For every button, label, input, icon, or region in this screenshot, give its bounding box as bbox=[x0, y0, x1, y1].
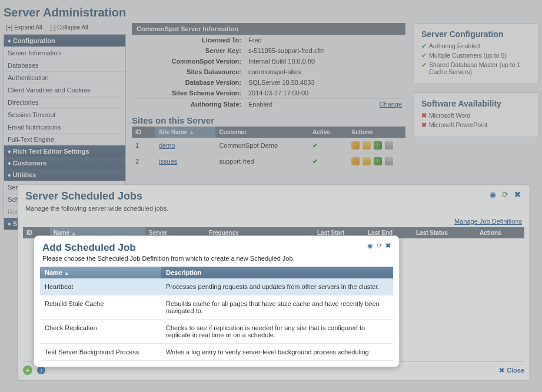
sites-heading: Sites on this Server bbox=[132, 115, 405, 125]
nav-item[interactable]: Email Notifications bbox=[4, 121, 125, 133]
change-authoring-link[interactable]: Change bbox=[379, 101, 402, 108]
table-row[interactable]: Rebuild Stale CacheRebuilds cache for al… bbox=[40, 295, 393, 320]
add-scheduled-job-dialog: Add Scheduled Job ◉ ⟳ ✖ Please choose th… bbox=[34, 235, 400, 367]
nav-header-rte[interactable]: ♦ Rich Text Editor Settings bbox=[4, 145, 125, 157]
nav-item[interactable]: Directories bbox=[4, 96, 125, 108]
close-button[interactable]: ✖ Close bbox=[499, 367, 524, 374]
nav-header-customers[interactable]: ♦ Customers bbox=[4, 157, 125, 169]
table-row[interactable]: Test Server Background ProcessWrites a l… bbox=[40, 344, 393, 361]
refresh-icon[interactable]: ⟳ bbox=[501, 190, 510, 199]
dialog-title: Add Scheduled Job bbox=[42, 242, 136, 254]
nav-header-utilities[interactable]: ♦ Utilities bbox=[4, 169, 125, 181]
trash-icon[interactable] bbox=[385, 141, 393, 150]
folder-icon[interactable] bbox=[363, 141, 371, 150]
collapse-all-button[interactable]: [-] Collapse All bbox=[48, 23, 90, 32]
dialog-subtitle: Please choose the Scheduled Job Definiti… bbox=[34, 255, 399, 267]
site-link[interactable]: issues bbox=[159, 158, 177, 165]
nav-item[interactable]: Server Information bbox=[4, 46, 125, 59]
nav-item[interactable]: Session Timeout bbox=[4, 108, 125, 121]
dialog-subtitle: Manage the following server-wide schedul… bbox=[18, 205, 529, 215]
folder-icon[interactable] bbox=[363, 157, 371, 165]
check-icon: ✔ bbox=[421, 42, 427, 49]
help-icon[interactable]: ◉ bbox=[488, 190, 497, 199]
check-icon: ✔ bbox=[312, 158, 318, 165]
refresh-icon[interactable]: ⟳ bbox=[377, 242, 382, 250]
nav-item[interactable]: Client Variables and Cookies bbox=[4, 84, 125, 96]
add-job-button[interactable]: + bbox=[23, 366, 32, 375]
x-icon: ✖ bbox=[421, 121, 427, 128]
help-icon[interactable]: ◉ bbox=[367, 242, 373, 250]
globe-icon[interactable] bbox=[374, 141, 382, 150]
info-panel-title: CommonSpot Server Information bbox=[132, 23, 405, 35]
server-info-table: Licensed To:Fred Server Key:s-511055-sup… bbox=[132, 35, 405, 109]
close-icon[interactable]: ✖ bbox=[513, 190, 522, 199]
check-icon: ✔ bbox=[312, 142, 318, 149]
page-title: Server Administration bbox=[0, 0, 542, 23]
sites-table: ID Site Name ▲ Customer Active Actions 1… bbox=[132, 127, 405, 170]
table-row[interactable]: 2 issues support-fred ✔ bbox=[132, 154, 405, 170]
pencil-icon[interactable] bbox=[351, 157, 360, 165]
dialog-title: Server Scheduled Jobs bbox=[25, 190, 142, 202]
expand-all-button[interactable]: [+] Expand All bbox=[4, 23, 44, 32]
close-icon[interactable]: ✖ bbox=[385, 242, 391, 250]
globe-icon[interactable] bbox=[374, 157, 382, 165]
nav-header-configuration[interactable]: ♦ Configuration bbox=[4, 35, 125, 46]
nav-item[interactable]: Authentication bbox=[4, 71, 125, 84]
job-definitions-table: Name ▲ Description HeartbeatProcesses pe… bbox=[40, 267, 393, 361]
table-row[interactable]: HeartbeatProcesses pending requests and … bbox=[40, 278, 393, 295]
trash-icon[interactable] bbox=[385, 157, 393, 165]
nav-item[interactable]: Databases bbox=[4, 59, 125, 71]
server-config-card: Server Configuration ✔Authoring Enabled … bbox=[414, 23, 538, 84]
table-row[interactable]: Check ReplicationChecks to see if replic… bbox=[40, 320, 393, 344]
x-icon: ✖ bbox=[421, 112, 427, 119]
check-icon: ✔ bbox=[421, 61, 427, 75]
pencil-icon[interactable] bbox=[351, 141, 360, 150]
manage-job-definitions-link[interactable]: Manage Job Definitions bbox=[18, 215, 529, 227]
nav-item[interactable]: Full-Text Engine bbox=[4, 133, 125, 145]
check-icon: ✔ bbox=[421, 52, 427, 59]
info-icon[interactable]: i bbox=[37, 366, 45, 374]
table-row[interactable]: 1 demo CommonSpot Demo ✔ bbox=[132, 138, 405, 154]
software-avail-card: Software Availability ✖Microsoft Word ✖M… bbox=[414, 92, 538, 137]
site-link[interactable]: demo bbox=[159, 142, 175, 149]
